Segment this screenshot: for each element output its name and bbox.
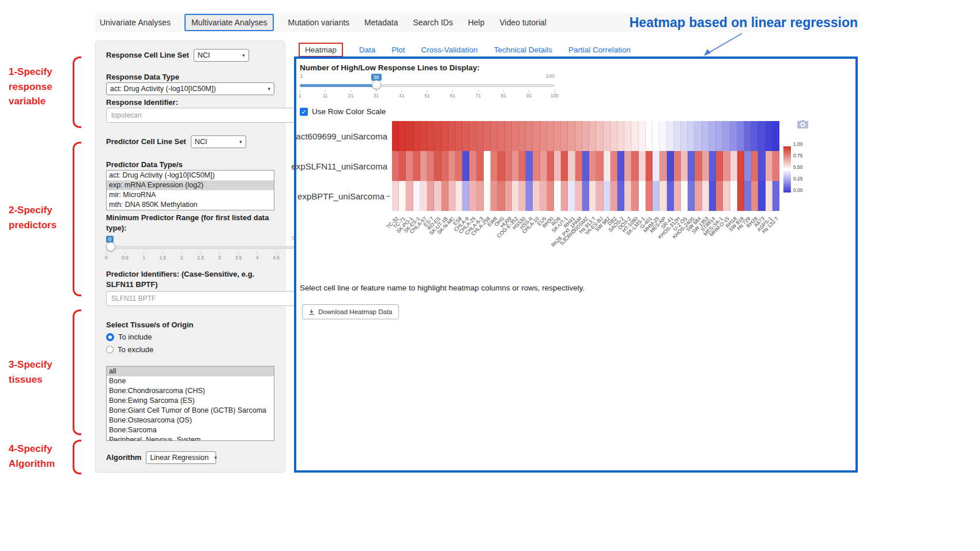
- heatmap-cell[interactable]: [610, 121, 617, 151]
- heatmap-cell[interactable]: [442, 121, 448, 151]
- heatmap-cell[interactable]: [519, 181, 526, 211]
- nav-tab-search-ids[interactable]: Search IDs: [412, 15, 454, 30]
- nav-tab-multivariate-analyses[interactable]: Multivariate Analyses: [184, 14, 274, 31]
- heatmap-cell[interactable]: [674, 181, 681, 211]
- response-lines-slider[interactable]: 1 100 30 1112131415161718191100: [300, 73, 555, 105]
- heatmap-cell[interactable]: [477, 181, 484, 211]
- heatmap-cell[interactable]: [688, 121, 695, 151]
- nav-tab-univariate-analyses[interactable]: Univariate Analyses: [99, 15, 172, 30]
- heatmap-cell[interactable]: [582, 151, 589, 181]
- heatmap-cell[interactable]: [392, 151, 399, 181]
- camera-icon[interactable]: [797, 120, 808, 131]
- heatmap-cell[interactable]: [420, 181, 427, 211]
- heatmap-cell[interactable]: [589, 151, 596, 181]
- heatmap-cell[interactable]: [758, 181, 765, 211]
- heatmap-cell[interactable]: [744, 151, 751, 181]
- heatmap-cell[interactable]: [766, 121, 772, 151]
- heatmap-row-label[interactable]: act609699_uniSarcoma: [296, 121, 390, 151]
- heatmap-cell[interactable]: [469, 121, 476, 151]
- heatmap-row-label[interactable]: expBPTF_uniSarcoma: [296, 181, 390, 211]
- heatmap-cell[interactable]: [617, 151, 624, 181]
- heatmap-cell[interactable]: [617, 121, 624, 151]
- heatmap-cell[interactable]: [533, 151, 540, 181]
- heatmap-cell[interactable]: [653, 121, 659, 151]
- heatmap-cell[interactable]: [751, 151, 758, 181]
- heatmap-cell[interactable]: [554, 181, 561, 211]
- heatmap-cell[interactable]: [448, 151, 455, 181]
- heatmap-cell[interactable]: [519, 121, 526, 151]
- heatmap-cell[interactable]: [667, 181, 674, 211]
- heatmap-cell[interactable]: [540, 151, 547, 181]
- heatmap-cell[interactable]: [772, 121, 779, 151]
- predictor-cell-line-set-select[interactable]: NCI ▾: [191, 135, 246, 148]
- heatmap-cell[interactable]: [596, 121, 603, 151]
- tissue-option[interactable]: Peripheral_Nervous_System: [107, 435, 274, 441]
- heatmap-cell[interactable]: [681, 151, 688, 181]
- heatmap-cell[interactable]: [688, 151, 695, 181]
- heatmap-cell[interactable]: [723, 121, 730, 151]
- heatmap-cell[interactable]: [442, 181, 448, 211]
- heatmap-cell[interactable]: [723, 151, 730, 181]
- heatmap-cell[interactable]: [455, 151, 462, 181]
- algorithm-select[interactable]: Linear Regression ▾: [146, 451, 216, 464]
- heatmap-cell[interactable]: [730, 121, 737, 151]
- heatmap-cell[interactable]: [751, 121, 758, 151]
- heatmap-cell[interactable]: [674, 151, 681, 181]
- heatmap-cell[interactable]: [526, 181, 533, 211]
- heatmap-cell[interactable]: [639, 181, 646, 211]
- slider-handle[interactable]: [106, 242, 115, 251]
- heatmap-cell[interactable]: [406, 151, 413, 181]
- results-tab-heatmap[interactable]: Heatmap: [299, 43, 343, 57]
- nav-tab-metadata[interactable]: Metadata: [363, 15, 399, 30]
- heatmap-cell[interactable]: [575, 151, 582, 181]
- heatmap-cell[interactable]: [469, 151, 476, 181]
- heatmap-cell[interactable]: [554, 121, 561, 151]
- heatmap-cell[interactable]: [497, 151, 504, 181]
- heatmap-cell[interactable]: [434, 151, 441, 181]
- heatmap-cell[interactable]: [582, 181, 589, 211]
- slider-track[interactable]: [106, 246, 295, 249]
- heatmap-cell[interactable]: [533, 181, 540, 211]
- heatmap-cell[interactable]: [766, 181, 772, 211]
- heatmap-cell[interactable]: [604, 181, 610, 211]
- heatmap-row-label[interactable]: expSLFN11_uniSarcoma: [296, 151, 390, 181]
- heatmap-cell[interactable]: [568, 151, 575, 181]
- tissue-option[interactable]: Bone: [107, 376, 274, 386]
- nav-tab-help[interactable]: Help: [467, 15, 486, 30]
- heatmap-cell[interactable]: [512, 181, 519, 211]
- response-identifier-input[interactable]: [106, 108, 295, 123]
- heatmap-cell[interactable]: [716, 181, 723, 211]
- heatmap-cell[interactable]: [766, 151, 772, 181]
- heatmap-cell[interactable]: [484, 151, 491, 181]
- nav-tab-mutation-variants[interactable]: Mutation variants: [287, 15, 350, 30]
- heatmap-cell[interactable]: [392, 121, 399, 151]
- heatmap-cell[interactable]: [455, 181, 462, 211]
- heatmap-cell[interactable]: [512, 151, 519, 181]
- heatmap-cell[interactable]: [723, 181, 730, 211]
- heatmap-cell[interactable]: [469, 181, 476, 211]
- heatmap-cell[interactable]: [561, 151, 568, 181]
- heatmap-cell[interactable]: [427, 181, 434, 211]
- response-data-type-select[interactable]: act: Drug Activity (-log10[IC50M]) ▾: [106, 82, 274, 95]
- heatmap-cell[interactable]: [744, 181, 751, 211]
- heatmap-cell[interactable]: [589, 181, 596, 211]
- heatmap-cell[interactable]: [568, 181, 575, 211]
- heatmap-cell[interactable]: [491, 181, 497, 211]
- heatmap-cell[interactable]: [497, 121, 504, 151]
- heatmap-cell[interactable]: [427, 121, 434, 151]
- heatmap-cell[interactable]: [653, 181, 659, 211]
- heatmap-cell[interactable]: [751, 181, 758, 211]
- heatmap-cell[interactable]: [681, 181, 688, 211]
- heatmap-cell[interactable]: [604, 151, 610, 181]
- heatmap-cell[interactable]: [547, 151, 554, 181]
- heatmap-cell[interactable]: [540, 181, 547, 211]
- heatmap-cell[interactable]: [624, 151, 631, 181]
- heatmap-cell[interactable]: [491, 151, 497, 181]
- heatmap-cell[interactable]: [716, 151, 723, 181]
- heatmap-cell[interactable]: [695, 181, 702, 211]
- heatmap-cell[interactable]: [631, 181, 638, 211]
- heatmap-cell[interactable]: [688, 181, 695, 211]
- heatmap-cell[interactable]: [448, 121, 455, 151]
- heatmap-cell[interactable]: [610, 181, 617, 211]
- heatmap-cell[interactable]: [399, 181, 406, 211]
